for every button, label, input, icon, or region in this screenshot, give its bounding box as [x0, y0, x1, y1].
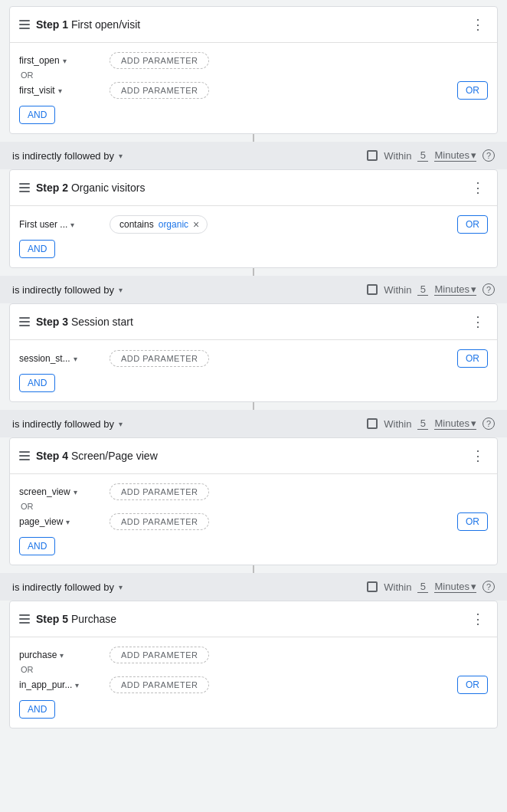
and-button-2[interactable]: AND — [19, 240, 55, 258]
within-checkbox-1[interactable] — [367, 150, 378, 161]
step-5-header-left: Step 5 Purchase — [19, 613, 116, 625]
step-4-or-btn-container: OR — [457, 512, 488, 531]
within-label-2: Within — [384, 284, 411, 296]
add-parameter-button-3-1[interactable]: ADD PARAMETER — [110, 350, 209, 367]
help-icon-2[interactable]: ? — [482, 283, 495, 296]
add-parameter-button-1-2[interactable]: ADD PARAMETER — [110, 82, 209, 99]
step-card-1: Step 1 First open/visit ⋮ first_open ▾ A… — [9, 6, 498, 134]
add-parameter-button-5-2[interactable]: ADD PARAMETER — [110, 676, 209, 693]
connector-3-4-label: is indirectly followed by ▾ — [12, 418, 123, 430]
step-5-event-dropdown-2[interactable]: in_app_pur... ▾ — [19, 679, 103, 690]
step-card-3: Step 3 Session start ⋮ session_st... ▾ A… — [9, 303, 498, 402]
chevron-down-icon: ▾ — [60, 651, 64, 660]
or-label-5: OR — [19, 665, 488, 674]
contains-tag-1: contains organic × — [110, 215, 208, 234]
step-4-event-dropdown-2[interactable]: page_view ▾ — [19, 516, 103, 527]
step-2-title: Step 2 Organic visitors — [36, 182, 145, 194]
or-label-4: OR — [19, 502, 488, 511]
step-2-more-button[interactable]: ⋮ — [468, 178, 488, 198]
step-4-title: Step 4 Screen/Page view — [36, 450, 158, 462]
unit-chevron-icon: ▾ — [471, 149, 476, 161]
step-1-event-dropdown-2[interactable]: first_visit ▾ — [19, 85, 103, 96]
step-4-body: screen_view ▾ ADD PARAMETER OR page_view… — [10, 474, 497, 565]
close-icon[interactable]: × — [193, 219, 199, 230]
connector-1-2: is indirectly followed by ▾ Within 5 Min… — [0, 142, 507, 169]
connector-label-text-4: is indirectly followed by — [12, 581, 114, 593]
or-button-3[interactable]: OR — [457, 349, 488, 368]
step-4-event-row-1: screen_view ▾ ADD PARAMETER — [19, 483, 488, 500]
chevron-down-icon: ▾ — [70, 221, 74, 229]
step-3-more-button[interactable]: ⋮ — [468, 312, 488, 332]
step-2-event-row-1: First user ... ▾ contains organic × OR — [19, 215, 488, 234]
step-5-event-dropdown-1[interactable]: purchase ▾ — [19, 650, 103, 660]
connector-chevron-icon[interactable]: ▾ — [119, 152, 123, 160]
step-4-header-left: Step 4 Screen/Page view — [19, 450, 158, 462]
connector-4-5: is indirectly followed by ▾ Within 5 Min… — [0, 573, 507, 601]
step-1-header: Step 1 First open/visit ⋮ — [10, 7, 497, 43]
help-icon-4[interactable]: ? — [482, 581, 495, 593]
and-button-4[interactable]: AND — [19, 537, 55, 555]
within-checkbox-3[interactable] — [367, 418, 378, 429]
vertical-line-3 — [0, 402, 507, 410]
within-unit-1[interactable]: Minutes ▾ — [434, 149, 476, 162]
help-icon-1[interactable]: ? — [482, 149, 495, 162]
connector-3-4: is indirectly followed by ▾ Within 5 Min… — [0, 410, 507, 437]
or-button-5[interactable]: OR — [457, 676, 488, 694]
chevron-down-icon: ▾ — [74, 488, 77, 496]
within-unit-3[interactable]: Minutes ▾ — [434, 417, 476, 430]
connector-1-2-label: is indirectly followed by ▾ — [12, 150, 123, 162]
step-card-5: Step 5 Purchase ⋮ purchase ▾ ADD PARAMET… — [9, 601, 498, 729]
step-1-title: Step 1 First open/visit — [36, 18, 140, 31]
step-4-more-button[interactable]: ⋮ — [468, 446, 488, 466]
within-label-3: Within — [384, 418, 411, 430]
connector-3-4-right: Within 5 Minutes ▾ ? — [367, 417, 495, 430]
or-button-4[interactable]: OR — [457, 512, 488, 531]
within-value-4: 5 — [417, 581, 428, 593]
step-5-more-button[interactable]: ⋮ — [468, 609, 488, 629]
add-parameter-button-4-2[interactable]: ADD PARAMETER — [110, 513, 209, 530]
step-5-event-row-1: purchase ▾ ADD PARAMETER — [19, 647, 488, 663]
connector-chevron-icon-3[interactable]: ▾ — [119, 420, 123, 428]
and-button-1[interactable]: AND — [19, 106, 55, 124]
step-1-event-row-2: first_visit ▾ ADD PARAMETER OR — [19, 81, 488, 100]
within-unit-4[interactable]: Minutes ▾ — [434, 581, 476, 593]
help-icon-3[interactable]: ? — [482, 417, 495, 430]
connector-chevron-icon-4[interactable]: ▾ — [119, 583, 123, 591]
connector-1-2-right: Within 5 Minutes ▾ ? — [367, 149, 495, 162]
drag-handle-icon[interactable] — [19, 451, 30, 460]
step-1-more-button[interactable]: ⋮ — [468, 15, 488, 34]
and-button-5[interactable]: AND — [19, 700, 55, 719]
step-3-event-dropdown-1[interactable]: session_st... ▾ — [19, 353, 103, 364]
within-unit-2[interactable]: Minutes ▾ — [434, 283, 476, 296]
add-parameter-button-4-1[interactable]: ADD PARAMETER — [110, 483, 209, 500]
drag-handle-icon[interactable] — [19, 20, 30, 29]
step-2-or-btn-container: OR — [457, 215, 488, 234]
drag-handle-icon[interactable] — [19, 317, 30, 326]
within-checkbox-4[interactable] — [367, 581, 378, 592]
step-3-body: session_st... ▾ ADD PARAMETER OR AND — [10, 340, 497, 401]
drag-handle-icon[interactable] — [19, 614, 30, 624]
step-1-event-row-1: first_open ▾ ADD PARAMETER — [19, 52, 488, 69]
step-2-header: Step 2 Organic visitors ⋮ — [10, 170, 497, 206]
add-parameter-button-1-1[interactable]: ADD PARAMETER — [110, 52, 209, 69]
add-parameter-button-5-1[interactable]: ADD PARAMETER — [110, 647, 209, 663]
drag-handle-icon[interactable] — [19, 183, 30, 192]
within-label-4: Within — [384, 581, 411, 593]
step-1-event-dropdown-1[interactable]: first_open ▾ — [19, 55, 103, 66]
or-button-2[interactable]: OR — [457, 215, 488, 234]
connector-2-3-right: Within 5 Minutes ▾ ? — [367, 283, 495, 296]
step-2-event-dropdown-1[interactable]: First user ... ▾ — [19, 219, 103, 230]
step-3-or-btn-container: OR — [457, 349, 488, 368]
contains-label: contains — [119, 219, 154, 230]
chevron-down-icon: ▾ — [63, 57, 67, 65]
connector-label-text-2: is indirectly followed by — [12, 284, 114, 296]
and-button-3[interactable]: AND — [19, 374, 55, 392]
or-button-1[interactable]: OR — [457, 81, 488, 100]
step-1-or-btn-container: OR — [457, 81, 488, 100]
connector-2-3: is indirectly followed by ▾ Within 5 Min… — [0, 276, 507, 303]
step-4-event-dropdown-1[interactable]: screen_view ▾ — [19, 486, 103, 497]
connector-chevron-icon-2[interactable]: ▾ — [119, 286, 123, 294]
connector-label-text-3: is indirectly followed by — [12, 418, 114, 430]
step-5-title: Step 5 Purchase — [36, 613, 116, 625]
within-checkbox-2[interactable] — [367, 284, 378, 295]
